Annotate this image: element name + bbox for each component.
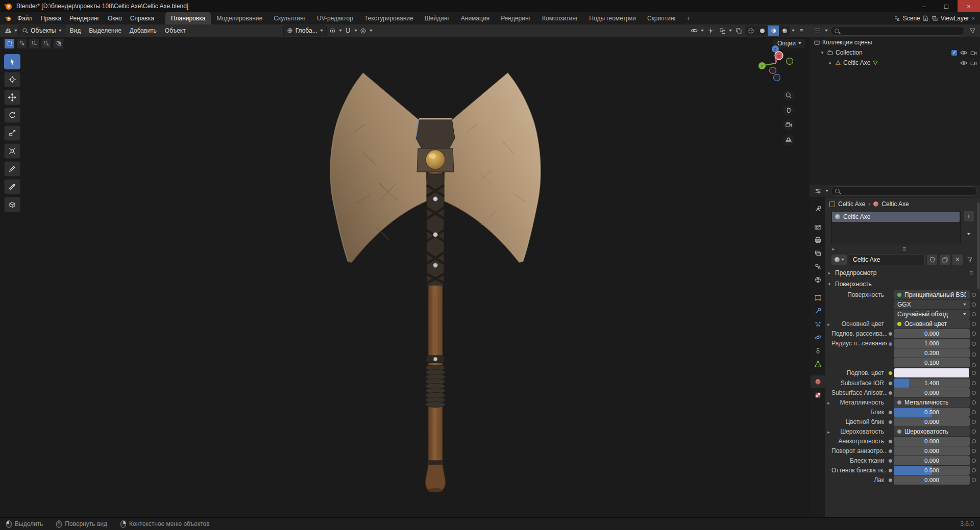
keyframe-dot[interactable]: [972, 312, 976, 316]
workspace-tab-geometry-nodes[interactable]: Ноды геометрии: [583, 12, 642, 24]
workspace-tab-animation[interactable]: Анимация: [455, 12, 495, 24]
tab-scene[interactable]: [811, 260, 825, 273]
add-workspace-button[interactable]: +: [682, 12, 695, 24]
object-expander-icon[interactable]: ▸: [828, 60, 833, 65]
tool-move[interactable]: [4, 90, 20, 105]
toggle-grid-icon[interactable]: [783, 134, 794, 145]
subsurface-method-dropdown[interactable]: Случайный обход: [894, 310, 970, 319]
workspace-tab-shading[interactable]: Шейдинг: [419, 12, 455, 24]
animate-dot-cell[interactable]: [970, 439, 978, 443]
material-slot-list[interactable]: Celtic Axe: [831, 211, 961, 244]
workspace-tab-uv[interactable]: UV-редактор: [311, 12, 359, 24]
animate-dot-cell[interactable]: [970, 302, 978, 307]
keyframe-dot[interactable]: [972, 352, 976, 357]
new-material-copy-icon[interactable]: [939, 254, 950, 265]
radius-z-field[interactable]: 0.100: [894, 358, 970, 367]
outliner-row-celtic-axe[interactable]: ▸ Celtic Axe: [810, 58, 980, 68]
unlink-viewlayer-icon[interactable]: ×: [972, 15, 975, 21]
pivot-chevron-icon[interactable]: [339, 30, 342, 32]
tool-cursor[interactable]: [4, 72, 20, 87]
roughness-texture-button[interactable]: Шероховатость: [894, 427, 970, 436]
tab-texture[interactable]: [811, 389, 825, 401]
shading-material-icon[interactable]: [768, 26, 779, 36]
camera-view-icon[interactable]: [783, 119, 794, 131]
workspace-tab-layout[interactable]: Планировка: [165, 12, 211, 24]
workspace-tab-modeling[interactable]: Моделирование: [211, 12, 268, 24]
outliner-filter-icon[interactable]: [967, 26, 977, 36]
tab-output[interactable]: [811, 234, 825, 246]
collection-expander-icon[interactable]: ▾: [820, 50, 825, 55]
animate-dot-cell[interactable]: [970, 459, 978, 463]
keyframe-dot[interactable]: [972, 391, 976, 395]
shader-select-button[interactable]: Принципиальный BSDF: [894, 290, 970, 299]
tool-measure[interactable]: [4, 179, 20, 194]
keyframe-dot[interactable]: [972, 381, 976, 385]
subsurface-ior-slider[interactable]: 1.400: [894, 378, 970, 388]
animate-dot-cell[interactable]: [970, 391, 978, 395]
navigation-gizmo[interactable]: Z Y X: [754, 42, 797, 85]
select-mode-intersect-icon[interactable]: [53, 38, 64, 49]
keyframe-dot[interactable]: [972, 371, 976, 375]
anisotropic-slider[interactable]: 0.000: [894, 437, 970, 446]
keyframe-dot[interactable]: [972, 410, 976, 414]
animate-dot-cell[interactable]: [970, 339, 978, 367]
tool-scale[interactable]: [4, 125, 20, 141]
subsurface-anisotropy-slider[interactable]: 0.000: [894, 388, 970, 397]
object-render-camera-icon[interactable]: [970, 60, 977, 66]
editor-type-chevron-icon[interactable]: [14, 30, 17, 32]
transform-orientation-dropdown[interactable]: Глоба...: [283, 26, 327, 36]
select-mode-subtract-icon[interactable]: [29, 38, 39, 49]
outliner-row-scene-collection[interactable]: Коллекция сцены: [810, 37, 980, 47]
animate-dot-cell[interactable]: [970, 478, 978, 482]
menu-render[interactable]: Рендеринг: [65, 12, 104, 24]
animate-dot-cell[interactable]: [970, 381, 978, 385]
specular-slider[interactable]: 0.500: [894, 408, 970, 417]
animate-dot-cell[interactable]: [970, 430, 978, 434]
subsurface-color-swatch[interactable]: [894, 368, 970, 378]
object-menu[interactable]: Объект: [161, 24, 189, 37]
slot-footer-grip-icon[interactable]: ≡: [902, 245, 906, 253]
keyframe-dot[interactable]: [972, 439, 976, 443]
select-mode-new-icon[interactable]: [4, 38, 15, 49]
animate-dot-cell[interactable]: [970, 293, 978, 297]
pivot-point-icon[interactable]: [328, 26, 338, 36]
outliner-editor-chevron-icon[interactable]: [825, 30, 828, 32]
specular-tint-slider[interactable]: 0.000: [894, 417, 970, 426]
shading-rendered-icon[interactable]: [779, 26, 790, 36]
shading-wireframe-icon[interactable]: [745, 26, 756, 36]
proportional-edit-icon[interactable]: [358, 26, 369, 36]
select-mode-invert-icon[interactable]: [41, 38, 52, 49]
animate-dot-cell[interactable]: [970, 371, 978, 375]
row-expander-icon[interactable]: ▸: [827, 430, 830, 435]
shading-solid-icon[interactable]: [756, 26, 768, 36]
tab-tool[interactable]: [811, 203, 825, 215]
menu-file[interactable]: Файл: [13, 12, 37, 24]
material-filter-icon[interactable]: [965, 255, 975, 265]
viewport-3d[interactable]: Объекты Вид Выделение Добавить Объект Гл…: [0, 24, 811, 518]
snap-magnet-icon[interactable]: [343, 26, 353, 36]
material-name-field[interactable]: Celtic Axe: [849, 254, 925, 265]
browse-material-button[interactable]: [831, 254, 847, 265]
show-gizmo-icon[interactable]: [705, 26, 716, 36]
workspace-tab-scripting[interactable]: Скриптинг: [642, 12, 682, 24]
slot-footer-expander-icon[interactable]: ▸: [831, 246, 836, 251]
animate-dot-cell[interactable]: [970, 449, 978, 453]
outliner-row-collection[interactable]: ▾ Collection ✓: [810, 47, 980, 58]
tab-view-layer[interactable]: [811, 247, 825, 260]
keyframe-dot[interactable]: [972, 449, 976, 453]
workspace-tab-sculpting[interactable]: Скульптинг: [268, 12, 311, 24]
header-menu-grip-icon[interactable]: ≡: [796, 26, 806, 36]
animate-dot-cell[interactable]: [970, 332, 978, 336]
keyframe-dot[interactable]: [972, 400, 976, 405]
tab-particles[interactable]: [811, 318, 825, 331]
maximize-button[interactable]: □: [935, 0, 958, 12]
axe-model[interactable]: [303, 72, 568, 495]
workspace-tab-texture-paint[interactable]: Текстурирование: [359, 12, 419, 24]
fake-user-shield-icon[interactable]: [926, 254, 938, 265]
clearcoat-slider[interactable]: 0.000: [894, 475, 970, 485]
workspace-tab-rendering[interactable]: Рендеринг: [495, 12, 536, 24]
collection-render-camera-icon[interactable]: [970, 50, 977, 56]
minimize-button[interactable]: –: [913, 0, 935, 12]
animate-dot-cell[interactable]: [970, 312, 978, 316]
show-overlays-icon[interactable]: [717, 26, 727, 36]
